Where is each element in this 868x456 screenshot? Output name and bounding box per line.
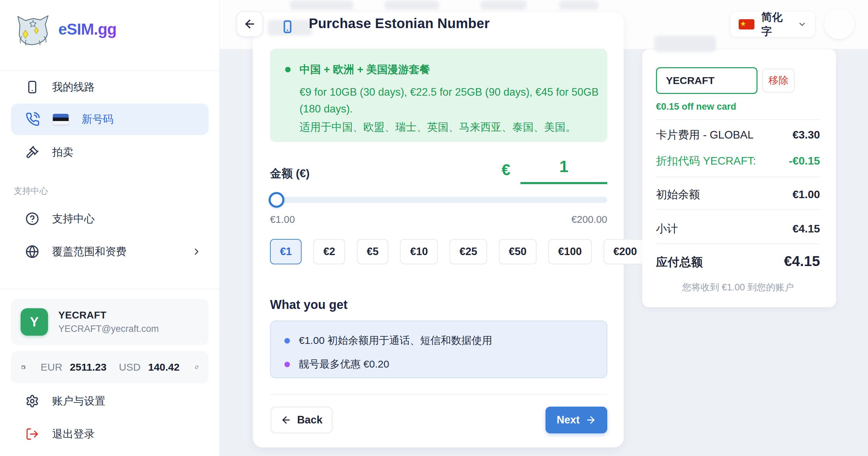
cart-row-initial-balance: 初始余额 €1.00 <box>656 187 820 202</box>
next-button[interactable]: Next <box>546 407 607 433</box>
globe-icon <box>25 245 39 259</box>
cart-row-subtotal: 小计 €4.15 <box>656 221 820 237</box>
sidebar-item-support-center[interactable]: 支持中心 <box>11 203 209 235</box>
skeleton-step-2 <box>384 1 439 10</box>
cart-row-value: €4.15 <box>784 253 820 269</box>
purchase-number-page: { "brand": { "name": "eSIM.gg" }, "langu… <box>0 0 868 456</box>
amount-slider-track[interactable] <box>271 197 607 203</box>
slider-min-label: €1.00 <box>270 214 295 225</box>
user-avatar[interactable] <box>824 9 854 39</box>
what-you-get-title: What you get <box>270 298 348 312</box>
promo-code-input[interactable] <box>656 67 758 94</box>
preset-amount-button[interactable]: €200 <box>603 239 647 264</box>
cart-row-value: €3.30 <box>793 129 820 141</box>
preset-amount-button[interactable]: €10 <box>400 239 438 264</box>
back-button-label: Back <box>297 414 322 426</box>
cart-row-discount: 折扣代码 YECRAFT: -€0.15 <box>656 154 820 169</box>
cart-row-label: 小计 <box>656 221 678 237</box>
plan-title: 中国 + 欧洲 + 美国漫游套餐 <box>300 62 430 77</box>
refresh-icon[interactable] <box>195 361 199 373</box>
sidebar-item-logout[interactable]: 退出登录 <box>11 418 209 450</box>
page-title: Purchase Estonian Number <box>309 16 490 31</box>
smartphone-icon <box>25 80 39 94</box>
cart-row-label: 应付总额 <box>656 254 703 270</box>
header-back-button[interactable] <box>236 11 263 37</box>
sidebar-item-label: 我的线路 <box>52 80 95 94</box>
cart-row-value: €1.00 <box>793 188 820 201</box>
next-button-label: Next <box>556 414 579 426</box>
brand-name: eSIM.gg <box>58 20 116 38</box>
amount-slider-thumb[interactable] <box>269 192 284 208</box>
arrow-right-icon <box>585 415 596 425</box>
preset-amount-button[interactable]: €1 <box>270 239 302 264</box>
preset-amount-button[interactable]: €5 <box>357 239 388 264</box>
cart-credit-note: 您将收到 €1.00 到您的账户 <box>656 281 820 293</box>
cart-row-value: €4.15 <box>793 223 820 235</box>
phone-call-icon <box>25 112 40 127</box>
remove-promo-button[interactable]: 移除 <box>762 69 795 93</box>
phone-number-icon <box>280 16 295 38</box>
divider <box>656 209 820 210</box>
sidebar-item-settings[interactable]: 账户与设置 <box>11 385 209 417</box>
wallet-icon <box>21 360 25 374</box>
arrow-left-icon <box>281 415 292 425</box>
amount-input[interactable]: 1 <box>520 157 607 184</box>
plan-pricing: €9 for 10GB (30 days), €22.5 for 25GB (9… <box>300 84 610 117</box>
usd-balance: 140.42 <box>148 361 180 373</box>
cart-row-label: 折扣代码 YECRAFT: <box>656 154 756 169</box>
usd-label: USD <box>119 361 140 373</box>
bullet-dot <box>284 338 290 344</box>
preset-amount-button[interactable]: €2 <box>313 239 345 264</box>
sidebar: eSIM.gg 我的线路 新号码 拍卖 支持中心 支持中心 覆盖范围和资费 <box>0 0 220 456</box>
preset-amount-button[interactable]: €100 <box>548 239 592 264</box>
eur-label: EUR <box>40 361 62 373</box>
what-you-get-box: €1.00 初始余额用于通话、短信和数据使用 靓号最多优惠 €0.20 <box>270 321 607 378</box>
sidebar-item-label: 新号码 <box>82 112 114 127</box>
language-label: 简化字 <box>761 10 791 39</box>
benefit-item: €1.00 初始余额用于通话、短信和数据使用 <box>299 334 492 348</box>
sidebar-item-label: 拍卖 <box>52 145 73 159</box>
cart-row-card-fee: 卡片费用 - GLOBAL €3.30 <box>656 128 820 143</box>
amount-label: 金额 (€) <box>270 166 310 181</box>
divider <box>270 394 607 395</box>
sidebar-item-label: 支持中心 <box>52 212 95 226</box>
language-selector[interactable]: ★ 简化字 <box>730 12 815 37</box>
roaming-plan-box: 中国 + 欧洲 + 美国漫游套餐 €9 for 10GB (30 days), … <box>270 49 607 142</box>
sidebar-item-label: 退出登录 <box>52 427 95 441</box>
chevron-right-icon <box>191 247 202 257</box>
skeleton-step-3 <box>480 1 527 10</box>
sidebar-item-auction[interactable]: 拍卖 <box>11 136 209 168</box>
account-card[interactable]: Y YECRAFT YECRAFT@yecraft.com <box>11 299 209 345</box>
bullet-dot <box>285 67 291 72</box>
wallet-balance-card: EUR 2511.23 USD 140.42 <box>11 351 209 383</box>
avatar: Y <box>21 308 48 336</box>
cart-row-label: 初始余额 <box>656 187 700 202</box>
back-button[interactable]: Back <box>271 407 332 433</box>
logout-icon <box>25 427 39 441</box>
sidebar-item-new-number[interactable]: 新号码 <box>11 104 209 135</box>
currency-symbol: € <box>502 160 511 179</box>
preset-amount-button[interactable]: €25 <box>449 239 487 264</box>
sidebar-item-label: 账户与设置 <box>52 394 105 408</box>
bullet-dot <box>284 362 290 367</box>
cart-row-total: 应付总额 €4.15 <box>656 253 820 270</box>
preset-amount-button[interactable]: €50 <box>499 239 537 264</box>
promo-discount-note: €0.15 off new card <box>656 101 736 112</box>
skeleton-step-1 <box>290 1 353 10</box>
estonia-flag-icon <box>53 114 69 125</box>
gear-icon <box>25 394 39 408</box>
skeleton-step-4 <box>559 1 599 10</box>
eur-balance: 2511.23 <box>70 361 107 373</box>
divider <box>656 243 820 244</box>
divider <box>0 289 220 289</box>
brand-logo[interactable]: eSIM.gg <box>15 12 116 46</box>
benefit-item: 靓号最多优惠 €0.20 <box>299 357 389 371</box>
help-circle-icon <box>25 212 39 226</box>
preset-amounts: €1€2€5€10€25€50€100€200 <box>270 239 647 264</box>
divider <box>656 177 820 177</box>
wolf-logo-icon <box>15 12 51 46</box>
sidebar-item-my-lines[interactable]: 我的线路 <box>11 71 209 103</box>
sidebar-item-coverage-rates[interactable]: 覆盖范围和资费 <box>11 236 209 267</box>
account-email: YECRAFT@yecraft.com <box>58 324 159 334</box>
cart-row-label: 卡片费用 - GLOBAL <box>656 128 754 143</box>
